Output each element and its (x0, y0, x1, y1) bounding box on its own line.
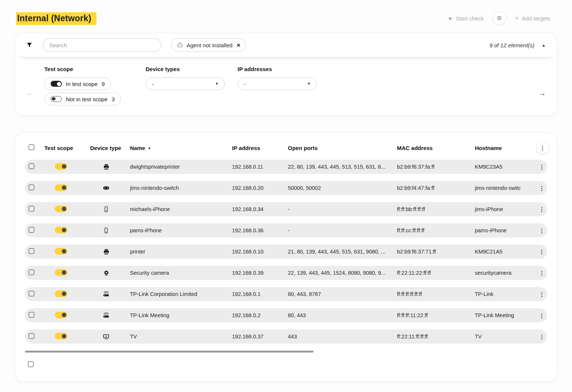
row-checkbox[interactable] (29, 312, 34, 318)
ip-addresses-value: - (244, 81, 246, 87)
horizontal-scrollbar[interactable] (25, 351, 314, 353)
router-icon (103, 291, 109, 297)
device-name: TP-Link Corporation Limited (130, 291, 232, 297)
start-check-label: Start check (456, 15, 484, 22)
filter-icon[interactable] (26, 42, 32, 48)
count-area: 9 of 12 element(s) ▲ (489, 42, 546, 48)
phone-icon (103, 227, 109, 234)
row-checkbox[interactable] (29, 227, 34, 233)
row-menu-icon[interactable]: ⋮ (539, 164, 545, 170)
row-checkbox[interactable] (29, 270, 34, 275)
open-ports: 80, 443 (288, 312, 397, 318)
test-scope-toggle[interactable] (55, 312, 67, 318)
open-ports: 22, 139, 443, 445, 1524, 8080, 9080, 9..… (288, 270, 397, 276)
not-in-test-scope-count: 3 (112, 96, 115, 102)
row-checkbox[interactable] (29, 163, 34, 169)
chip-close-icon[interactable]: × (236, 42, 240, 48)
device-name: michaels-iPhone (130, 206, 232, 212)
printer-icon (103, 163, 109, 170)
row-checkbox[interactable] (29, 185, 34, 190)
ip-address: 192.168.0.34 (232, 206, 288, 212)
in-test-scope-label: In test scope (66, 81, 98, 87)
column-hostname: Hostname (475, 145, 537, 151)
mac-address: ff:22:11:ff:ff:ff (397, 334, 475, 340)
settings-button[interactable]: ⚙ (493, 12, 506, 25)
filters-scroll-left-button[interactable]: ← (23, 86, 37, 100)
ip-addresses-select[interactable]: - ▼ (238, 77, 317, 90)
row-menu-icon[interactable]: ⋮ (539, 228, 545, 233)
select-all-checkbox[interactable] (29, 144, 34, 150)
row-menu-icon[interactable]: ⋮ (539, 313, 545, 318)
ip-addresses-filter-group: IP addresses - ▼ (238, 66, 317, 90)
robot-icon (177, 42, 183, 48)
mac-address: b2:b9:f6:37:71:ff (397, 249, 475, 255)
router-icon (103, 312, 109, 319)
test-scope-toggle[interactable] (55, 205, 67, 212)
gear-icon: ⚙ (497, 15, 502, 22)
row-checkbox[interactable] (29, 291, 34, 296)
hostname: securitycamera (475, 270, 537, 276)
row-menu-icon[interactable]: ⋮ (539, 185, 545, 191)
hostname: jims-nintendo-switc (475, 185, 537, 191)
device-types-label: Device types (146, 66, 225, 72)
ip-address: 192.168.0.2 (232, 312, 288, 318)
row-checkbox[interactable] (29, 206, 34, 211)
open-ports: 443 (288, 334, 397, 340)
ip-address: 192.168.0.11 (232, 164, 288, 170)
phone-icon (103, 206, 109, 213)
plus-icon: + (515, 15, 518, 22)
filter-chip-agent-not-installed[interactable]: Agent not installed × (171, 38, 246, 52)
ip-address: 192.168.0.37 (232, 334, 288, 340)
table-header: Test scope Device type Name ▲ IP address… (25, 140, 547, 155)
device-name: dwightsprivateprinter (130, 164, 232, 170)
mac-address: ff:ff:ff:ff:ff:ff (397, 291, 475, 297)
filters-scroll-right-button[interactable]: → (535, 86, 549, 100)
test-scope-label: Test scope (44, 66, 121, 72)
table-row: pams-iPhone 192.168.0.36 - ff:ff:cc:ff:f… (25, 223, 547, 238)
toggle-on-icon (51, 81, 62, 87)
test-scope-toggle[interactable] (55, 290, 67, 297)
footer-checkbox[interactable] (28, 361, 34, 367)
row-menu-icon[interactable]: ⋮ (539, 270, 545, 276)
device-name: TV (130, 334, 232, 340)
not-in-test-scope-filter[interactable]: Not in test scope 3 (44, 93, 121, 105)
camera-icon (103, 270, 109, 276)
table-options-button[interactable]: ⋮ (537, 142, 549, 154)
device-types-select[interactable]: - ▼ (146, 77, 225, 90)
open-ports: 80, 443, 8787 (288, 291, 397, 297)
in-test-scope-filter[interactable]: In test scope 9 (44, 77, 111, 90)
topbar: Internal (Network) ▶ Start check ⚙ + Add… (0, 0, 572, 26)
printer-icon (103, 248, 109, 255)
search-input[interactable] (43, 38, 161, 52)
row-menu-icon[interactable]: ⋮ (539, 334, 545, 340)
column-device-type: Device type (90, 145, 130, 151)
add-targets-button[interactable]: + Add targets (511, 13, 554, 24)
hostname: KM9C23A5 (475, 164, 537, 170)
row-menu-icon[interactable]: ⋮ (539, 249, 545, 255)
column-name[interactable]: Name ▲ (130, 145, 232, 151)
test-scope-toggle[interactable] (55, 248, 67, 255)
row-checkbox[interactable] (29, 248, 34, 254)
table-row: TP-Link Meeting 192.168.0.2 80, 443 ff:f… (25, 308, 547, 322)
row-menu-icon[interactable]: ⋮ (539, 207, 545, 212)
row-checkbox[interactable] (29, 333, 34, 339)
device-name: TP-Link Meeting (130, 312, 232, 318)
start-check-button[interactable]: ▶ Start check (445, 13, 487, 24)
test-scope-toggle[interactable] (55, 163, 67, 170)
mac-address: b2:b9:f4:47:fa:ff (397, 185, 475, 191)
collapse-filters-icon[interactable]: ▲ (542, 43, 546, 47)
row-menu-icon[interactable]: ⋮ (539, 291, 545, 297)
tv-icon (103, 333, 109, 340)
top-actions: ▶ Start check ⚙ + Add targets (445, 12, 554, 25)
ip-address: 192.168.0.10 (232, 249, 288, 255)
column-ip-address: IP address (232, 145, 288, 151)
hostname: TP-Link (475, 291, 537, 297)
test-scope-toggle[interactable] (55, 269, 67, 276)
toggle-off-icon (51, 96, 62, 102)
device-name: jims-nintendo-switch (130, 185, 232, 191)
column-open-ports: Open ports (288, 145, 397, 151)
test-scope-toggle[interactable] (55, 184, 67, 191)
test-scope-toggle[interactable] (55, 333, 67, 340)
open-ports: 22, 80, 139, 443, 445, 513, 515, 631, 8.… (288, 164, 397, 170)
test-scope-toggle[interactable] (55, 227, 67, 233)
